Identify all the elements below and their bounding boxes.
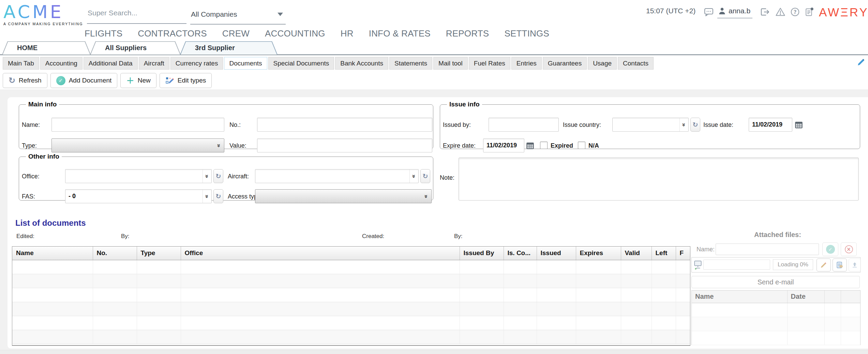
doc-column-name[interactable]: Name xyxy=(12,247,93,260)
nav-item-contractors[interactable]: CONTRACTORS xyxy=(138,28,207,39)
office-refresh-button[interactable]: ↻ xyxy=(213,169,223,183)
nav-item-reports[interactable]: REPORTS xyxy=(446,28,489,39)
subtab-guarantees[interactable]: Guarantees xyxy=(543,57,587,70)
new-button[interactable]: + New xyxy=(120,73,156,88)
horizontal-scrollbar-track[interactable] xyxy=(0,350,868,354)
aircraft-input[interactable] xyxy=(255,169,409,183)
workspace-tab-home[interactable]: HOME xyxy=(2,41,91,55)
chat-icon[interactable] xyxy=(703,6,715,18)
subtab-usage[interactable]: Usage xyxy=(588,57,617,70)
access-type-select[interactable]: » xyxy=(255,189,432,203)
issue-info-legend: Issue info xyxy=(447,101,482,108)
nav-item-hr[interactable]: HR xyxy=(341,28,354,39)
subtab-currency-rates[interactable]: Currency rates xyxy=(170,57,223,70)
aircraft-dropdown[interactable]: » xyxy=(409,169,418,183)
doc-column-expires[interactable]: Expires xyxy=(576,247,621,260)
office-dropdown[interactable]: » xyxy=(203,169,211,183)
document-row-empty xyxy=(12,316,690,330)
subtab-fuel-rates[interactable]: Fuel Rates xyxy=(469,57,510,70)
attachment-confirm-button[interactable]: ✓ xyxy=(822,242,838,256)
issued-by-input[interactable] xyxy=(489,118,559,132)
attachment-name-input[interactable] xyxy=(716,244,819,255)
send-email-button[interactable]: Send e-mail xyxy=(691,276,860,288)
document-row-empty xyxy=(12,330,690,344)
doc-column-is-co[interactable]: Is. Co... xyxy=(504,247,537,260)
no-input[interactable] xyxy=(257,118,432,132)
type-select[interactable]: » xyxy=(51,138,224,152)
expired-checkbox[interactable] xyxy=(540,142,548,149)
subtab-contacts[interactable]: Contacts xyxy=(618,57,654,70)
logout-icon[interactable] xyxy=(759,6,770,18)
subtab-additional-data[interactable]: Additional Data xyxy=(84,57,138,70)
attachment-file-input[interactable] xyxy=(703,260,770,270)
note-textarea[interactable] xyxy=(459,158,859,201)
attachments-table-container: NameDate xyxy=(691,290,860,345)
warning-icon[interactable] xyxy=(775,6,786,18)
user-menu[interactable]: anna.b xyxy=(717,5,752,18)
attachment-upload-box: Loading 0% xyxy=(691,257,860,272)
doc-column-issued[interactable]: Issued xyxy=(537,247,576,260)
subtab-accounting[interactable]: Accounting xyxy=(40,57,83,70)
refresh-icon: ↻ xyxy=(216,173,221,179)
doc-column-issued-by[interactable]: Issued By xyxy=(460,247,504,260)
issue-date-calendar-icon[interactable] xyxy=(794,118,804,132)
refresh-icon: ↻ xyxy=(693,121,698,128)
subtab-mail-tool[interactable]: Mail tool xyxy=(433,57,468,70)
nav-item-accounting[interactable]: ACCOUNTING xyxy=(265,28,325,39)
document-toolbar: ↻ Refresh ✓ Add Document + New Edit type… xyxy=(3,73,212,88)
attachment-cancel-button[interactable]: × xyxy=(841,242,857,256)
value-input[interactable] xyxy=(257,138,432,152)
expire-date-label: Expire date: xyxy=(443,138,476,153)
aircraft-refresh-button[interactable]: ↻ xyxy=(420,169,430,183)
subtab-special-documents[interactable]: Special Documents xyxy=(268,57,334,70)
workspace-tab-all-suppliers[interactable]: All Suppliers xyxy=(90,41,181,55)
pencil-checklist-icon xyxy=(165,76,174,85)
subtab-documents[interactable]: Documents xyxy=(224,57,267,70)
attachment-paste-button[interactable] xyxy=(833,259,847,271)
subtab-aircraft[interactable]: Aircraft xyxy=(139,57,169,70)
expire-date-calendar-icon[interactable] xyxy=(525,138,535,152)
attachment-name-label: Name: xyxy=(697,243,715,255)
fas-input[interactable] xyxy=(65,190,203,203)
super-search-input[interactable] xyxy=(87,5,186,21)
attachment-column-name[interactable]: Name xyxy=(692,291,787,303)
company-selector[interactable]: All Companies xyxy=(190,5,286,25)
issue-country-dropdown[interactable]: » xyxy=(679,118,688,131)
add-document-button[interactable]: ✓ Add Document xyxy=(50,73,118,88)
edit-types-button[interactable]: Edit types xyxy=(160,73,212,88)
issue-country-input[interactable] xyxy=(613,118,679,131)
doc-column-no[interactable]: No. xyxy=(93,247,137,260)
doc-column-f[interactable]: F xyxy=(676,247,690,260)
subtab-entries[interactable]: Entries xyxy=(511,57,542,70)
nav-item-info-rates[interactable]: INFO & RATES xyxy=(369,28,431,39)
office-input[interactable] xyxy=(65,169,203,183)
issue-country-refresh-button[interactable]: ↻ xyxy=(690,118,700,132)
check-circle-icon: ✓ xyxy=(56,76,65,85)
nav-item-settings[interactable]: SETTINGS xyxy=(504,28,549,39)
attachment-upload-button[interactable] xyxy=(849,259,861,271)
expire-date-input[interactable] xyxy=(483,138,524,152)
username-text: anna.b xyxy=(729,7,750,15)
fas-dropdown[interactable]: » xyxy=(203,190,211,203)
doc-column-type[interactable]: Type xyxy=(137,247,181,260)
document-row-empty xyxy=(12,274,690,288)
subtab-bank-accounts[interactable]: Bank Accounts xyxy=(335,57,388,70)
notifications-icon[interactable] xyxy=(803,6,815,18)
subtab-main-tab[interactable]: Main Tab xyxy=(3,57,39,70)
attachment-column-date[interactable]: Date xyxy=(787,291,824,303)
na-checkbox[interactable] xyxy=(578,142,585,149)
refresh-button[interactable]: ↻ Refresh xyxy=(3,73,47,88)
subtab-statements[interactable]: Statements xyxy=(389,57,432,70)
workspace-tab-3rd-supplier[interactable]: 3rd Supplier xyxy=(180,41,278,55)
fas-refresh-button[interactable]: ↻ xyxy=(213,189,223,203)
help-icon[interactable]: ? xyxy=(789,6,801,18)
doc-column-office[interactable]: Office xyxy=(181,247,460,260)
nav-item-flights[interactable]: FLIGHTS xyxy=(85,28,122,39)
attachment-edit-button[interactable] xyxy=(817,259,831,271)
nav-item-crew[interactable]: CREW xyxy=(222,28,250,39)
doc-column-valid[interactable]: Valid xyxy=(621,247,652,260)
subtab-edit-pencil-icon[interactable] xyxy=(856,58,866,68)
name-input[interactable] xyxy=(51,118,224,132)
doc-column-left[interactable]: Left xyxy=(652,247,676,260)
issue-date-input[interactable] xyxy=(749,118,792,132)
